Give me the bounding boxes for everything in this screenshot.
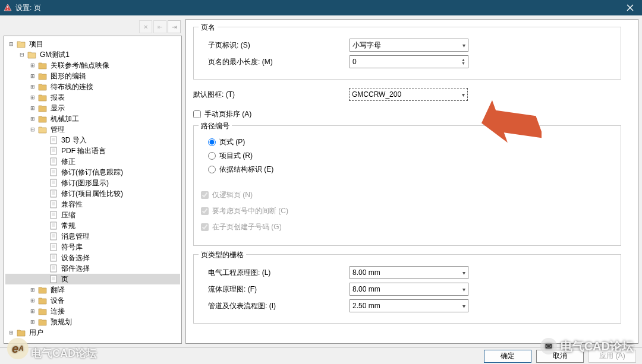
toolbar-delete-button[interactable]: ✕ (139, 20, 152, 33)
tree-node-label: 修订(修订信息跟踪) (60, 167, 124, 178)
tree-node[interactable]: ⊞连接 (5, 306, 180, 316)
tree-node[interactable]: ⊞设备 (5, 295, 180, 306)
tree-expander-icon[interactable]: ⊞ (29, 62, 36, 68)
folder-icon (38, 104, 48, 112)
radio-project[interactable] (208, 152, 216, 160)
tree-node[interactable]: 符号库 (5, 242, 180, 252)
tree-node-label: 常规 (60, 221, 77, 231)
tree-expander-icon[interactable]: ⊞ (29, 287, 36, 293)
app-icon (4, 4, 12, 12)
folder-open-icon (17, 40, 26, 48)
window-title: 设置: 页 (15, 3, 618, 13)
watermark-bottom-left: eA 电气CAD论坛 (7, 338, 97, 360)
tree-node-label: 3D 导入 (60, 135, 88, 145)
import-icon: ⇤ (158, 24, 162, 30)
chevron-down-icon: ▾ (462, 42, 465, 49)
default-frame-value: GMCCRW_200 (352, 90, 401, 99)
tree-expander-icon[interactable]: ⊞ (29, 105, 36, 111)
tree-node[interactable]: ⊟项目 (5, 39, 180, 49)
tree-node[interactable]: ⊞翻译 (5, 284, 180, 295)
watermark-br-text: 电气CAD论坛 (561, 338, 634, 354)
svg-rect-17 (51, 169, 56, 176)
radio-page[interactable] (208, 138, 216, 146)
tree-node[interactable]: ⊞待布线的连接 (5, 81, 180, 92)
default-frame-select[interactable]: GMCCRW_200 ▾ (349, 88, 468, 101)
tree-node[interactable]: 修订(项目属性比较) (5, 188, 180, 199)
tree-node[interactable]: ⊟管理 (5, 124, 180, 135)
svg-rect-13 (51, 158, 56, 165)
tree-node[interactable]: 消息管理 (5, 231, 180, 242)
tree-expander-icon[interactable]: ⊞ (29, 116, 36, 122)
settings-tree[interactable]: ⊟项目⊟GM测试1⊞关联参考/触点映像⊞图形的编辑⊞待布线的连接⊞报表⊞显示⊞机… (4, 36, 182, 344)
svg-rect-2 (7, 9, 8, 10)
group-pagename: 页名 子页标识: (S) 小写字母 ▾ 页名的最小长度: (M) 0 ▲▼ (193, 27, 621, 80)
grid-elec-label: 电气工程原理图: (L) (201, 268, 350, 278)
ok-button[interactable]: 确定 (484, 350, 531, 363)
tree-node[interactable]: ⊟GM测试1 (5, 49, 180, 60)
tree-node[interactable]: ⊞关联参考/触点映像 (5, 60, 180, 71)
tree-expander-icon[interactable]: ⊞ (29, 84, 36, 90)
tree-node-label: 预规划 (49, 317, 73, 327)
watermark-logo-icon: eA (7, 338, 29, 359)
tree-node-label: 修正 (60, 157, 77, 167)
tree-node[interactable]: 修订(修订信息跟踪) (5, 167, 180, 178)
page-icon (49, 168, 58, 176)
tree-expander-icon[interactable]: ⊟ (29, 126, 36, 132)
radio-struct[interactable] (208, 166, 216, 173)
page-icon (49, 189, 58, 198)
tree-node[interactable]: ⊞报表 (5, 92, 180, 103)
page-icon (49, 211, 58, 219)
cb-gap-label: 要考虑页号中的间断 (C) (212, 206, 288, 216)
tree-node-label: 翻译 (49, 285, 66, 295)
tree-node[interactable]: 兼容性 (5, 199, 180, 210)
tree-node[interactable]: ⊞机械加工 (5, 113, 180, 124)
tree-node[interactable]: 压缩 (5, 210, 180, 220)
folder-open-icon (38, 125, 48, 134)
watermark-bl-text: 电气CAD论坛 (31, 346, 97, 360)
tree-node[interactable]: 常规 (5, 220, 180, 231)
grid-elec-select[interactable]: 8.00 mm ▾ (350, 266, 468, 279)
tree-node[interactable]: 部件选择 (5, 263, 180, 274)
page-icon (49, 254, 58, 262)
watermark-bottom-right: ✉ 电气CAD论坛 (540, 338, 634, 354)
tree-node-label: 设备 (49, 296, 66, 306)
tree-expander-icon[interactable]: ⊞ (29, 319, 36, 325)
tree-node[interactable]: 页 (5, 274, 180, 284)
tree-expander-icon[interactable]: ⊟ (18, 52, 26, 58)
page-icon (49, 147, 58, 155)
folder-open-icon (27, 50, 37, 59)
subpage-id-select[interactable]: 小写字母 ▾ (350, 39, 468, 52)
close-button[interactable] (618, 0, 642, 15)
tree-node[interactable]: 设备选择 (5, 252, 180, 263)
group-pagename-legend: 页名 (199, 23, 218, 33)
subpage-id-label: 子页标识: (S) (201, 40, 350, 50)
tree-node[interactable]: 修正 (5, 156, 180, 167)
grid-fluid-select[interactable]: 8.00 mm ▾ (350, 283, 468, 296)
grid-fluid-value: 8.00 mm (353, 285, 380, 293)
tree-node[interactable]: ⊞图形的编辑 (5, 71, 180, 81)
tree-node[interactable]: PDF 输出语言 (5, 145, 180, 156)
svg-rect-49 (51, 254, 56, 261)
toolbar-export-button[interactable]: ⇥ (168, 20, 181, 33)
tree-node[interactable]: 修订(图形显示) (5, 178, 180, 188)
tree-expander-icon[interactable]: ⊟ (8, 41, 15, 47)
tree-node[interactable]: ⊞显示 (5, 103, 180, 113)
tree-node-label: 图形的编辑 (49, 71, 87, 81)
radio-struct-label: 依据结构标识 (E) (219, 164, 273, 175)
tree-expander-icon[interactable]: ⊞ (29, 297, 36, 303)
tree-expander-icon[interactable]: ⊞ (8, 330, 15, 335)
tree-node-label: 报表 (49, 93, 66, 103)
min-length-input[interactable]: 0 ▲▼ (350, 55, 468, 68)
grid-pipe-select[interactable]: 2.50 mm ▾ (350, 299, 468, 312)
tree-node[interactable]: 3D 导入 (5, 135, 180, 145)
tree-expander-icon[interactable]: ⊞ (29, 73, 36, 79)
chevron-down-icon: ▾ (462, 270, 465, 276)
tree-expander-icon[interactable]: ⊞ (29, 94, 36, 100)
tree-expander-icon[interactable]: ⊞ (29, 308, 36, 314)
tree-node-label: PDF 输出语言 (60, 146, 107, 156)
page-icon (49, 136, 58, 144)
tree-node[interactable]: ⊞预规划 (5, 316, 180, 327)
manual-sort-checkbox[interactable] (193, 110, 201, 118)
toolbar-import-button[interactable]: ⇤ (153, 20, 166, 33)
tree-node[interactable]: ⊞用户 (5, 327, 180, 338)
